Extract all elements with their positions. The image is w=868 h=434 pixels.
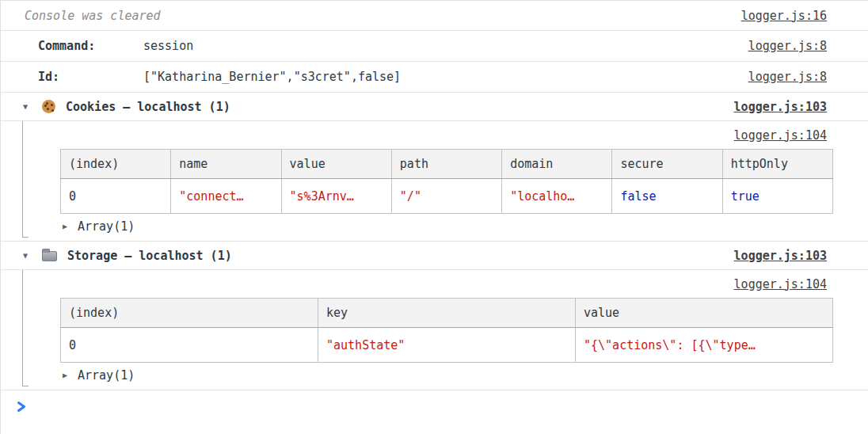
cell-domain: "localho…: [502, 179, 612, 214]
log-value: ["Katharina_Bernier","s3cret",false]: [143, 70, 401, 84]
storage-table: (index) key value 0 "authState" "{\"acti…: [60, 298, 833, 363]
source-link[interactable]: logger.js:103: [734, 249, 827, 263]
cell-value: "{\"actions\": [{\"type…: [576, 328, 833, 363]
log-value: session: [143, 39, 193, 53]
column-header-index[interactable]: (index): [61, 299, 318, 328]
cell-secure: false: [612, 179, 722, 214]
log-label: Id:: [38, 70, 143, 84]
table-header-row: (index) key value: [61, 299, 833, 328]
group-indent-guide: [22, 270, 29, 386]
triangle-expanded-icon[interactable]: [23, 251, 42, 260]
column-header-value[interactable]: value: [281, 150, 391, 179]
column-header-value[interactable]: value: [576, 299, 833, 328]
table-header-row: (index) name value path domain secure ht…: [61, 150, 833, 179]
array-label: Array(1): [78, 368, 135, 383]
group-body-storage: logger.js:104 (index) key value 0 "authS…: [1, 270, 868, 390]
triangle-expanded-icon[interactable]: [23, 102, 42, 111]
array-label: Array(1): [78, 219, 135, 234]
group-body-cookies: logger.js:104 (index) name value path do…: [1, 121, 868, 242]
cell-httponly: true: [722, 179, 832, 214]
console-message-id: Id: ["Katharina_Bernier","s3cret",false]…: [1, 62, 868, 93]
array-expandable[interactable]: Array(1): [1, 214, 868, 238]
group-indent-guide: [22, 121, 29, 238]
column-header-key[interactable]: key: [318, 299, 576, 328]
cookie-icon: [42, 100, 55, 113]
table-message-row: logger.js:104: [1, 270, 868, 298]
source-link[interactable]: logger.js:104: [734, 277, 827, 291]
column-header-index[interactable]: (index): [61, 150, 171, 179]
source-link[interactable]: logger.js:103: [734, 100, 827, 114]
folder-icon: [42, 251, 57, 261]
triangle-collapsed-icon[interactable]: [63, 222, 78, 230]
cookies-table: (index) name value path domain secure ht…: [60, 149, 833, 214]
cell-index: 0: [61, 328, 318, 363]
table-row: 0 "connect… "s%3Arnv… "/" "localho… fals…: [61, 179, 833, 214]
group-title: Cookies – localhost (1): [66, 100, 230, 114]
log-label: Command:: [38, 39, 143, 53]
column-header-httponly[interactable]: httpOnly: [722, 150, 832, 179]
cell-index: 0: [61, 179, 171, 214]
console-cleared-text: Console was cleared: [25, 9, 161, 23]
console-message-cleared: Console was cleared logger.js:16: [1, 1, 868, 31]
table-row: 0 "authState" "{\"actions\": [{\"type…: [61, 328, 833, 363]
source-link[interactable]: logger.js:8: [748, 39, 827, 53]
table-message-row: logger.js:104: [1, 121, 868, 149]
source-link[interactable]: logger.js:16: [741, 9, 827, 23]
column-header-domain[interactable]: domain: [502, 150, 612, 179]
cell-key: "authState": [318, 328, 576, 363]
triangle-collapsed-icon[interactable]: [63, 371, 78, 379]
group-title: Storage – localhost (1): [67, 249, 232, 263]
array-expandable[interactable]: Array(1): [1, 363, 868, 387]
group-header-cookies[interactable]: Cookies – localhost (1) logger.js:103: [1, 93, 868, 121]
cell-value: "s%3Arnv…: [281, 179, 391, 214]
column-header-secure[interactable]: secure: [612, 150, 722, 179]
devtools-console-panel: Console was cleared logger.js:16 Command…: [0, 0, 868, 434]
source-link[interactable]: logger.js:104: [734, 128, 827, 143]
source-link[interactable]: logger.js:8: [748, 70, 827, 84]
column-header-path[interactable]: path: [391, 150, 501, 179]
console-message-command: Command: session logger.js:8: [1, 31, 868, 62]
column-header-name[interactable]: name: [171, 150, 281, 179]
prompt-chevron-icon: [17, 401, 27, 413]
cell-path: "/": [391, 179, 501, 214]
cell-name: "connect…: [171, 179, 281, 214]
group-header-storage[interactable]: Storage – localhost (1) logger.js:103: [1, 242, 868, 270]
console-prompt[interactable]: [1, 390, 868, 424]
